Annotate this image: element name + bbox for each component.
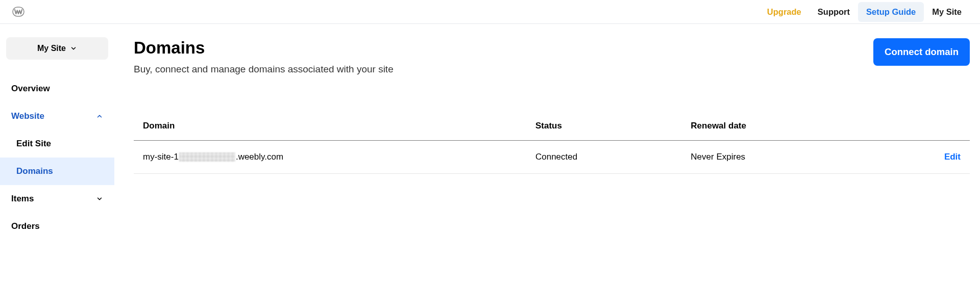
table-header-domain: Domain	[143, 121, 535, 131]
setup-guide-link[interactable]: Setup Guide	[858, 2, 924, 22]
table-row: my-site-1.weebly.com Connected Never Exp…	[134, 141, 970, 174]
sidebar-item-edit-site[interactable]: Edit Site	[0, 130, 114, 158]
connect-domain-button[interactable]: Connect domain	[873, 38, 970, 66]
sidebar-item-label: Edit Site	[16, 139, 51, 149]
sidebar-item-label: Overview	[11, 84, 50, 94]
sidebar-item-website[interactable]: Website	[0, 102, 114, 130]
sidebar-item-label: Orders	[11, 221, 40, 231]
domains-table: Domain Status Renewal date my-site-1.wee…	[134, 121, 970, 174]
sidebar-item-label: Website	[11, 111, 44, 121]
domain-renewal: Never Expires	[691, 152, 903, 162]
sidebar-item-domains[interactable]: Domains	[0, 158, 114, 185]
table-header-renewal: Renewal date	[691, 121, 903, 131]
domain-name: my-site-1.weebly.com	[143, 152, 283, 162]
table-header-status: Status	[535, 121, 691, 131]
sidebar-item-label: Domains	[16, 166, 53, 176]
support-link[interactable]: Support	[810, 2, 858, 22]
sidebar-item-items[interactable]: Items	[0, 185, 114, 213]
page-subtitle: Buy, connect and manage domains associat…	[134, 64, 394, 75]
sidebar-item-orders[interactable]: Orders	[0, 213, 114, 240]
sidebar-item-label: Items	[11, 194, 34, 204]
redacted-segment	[179, 152, 235, 162]
page-title: Domains	[134, 38, 394, 58]
chevron-down-icon	[96, 195, 103, 202]
chevron-up-icon	[96, 113, 103, 120]
site-switcher[interactable]: My Site	[6, 37, 108, 60]
svg-rect-0	[13, 7, 24, 16]
chevron-down-icon	[70, 45, 77, 52]
domain-status: Connected	[535, 152, 691, 162]
site-switcher-label: My Site	[37, 44, 66, 53]
my-site-link[interactable]: My Site	[924, 2, 970, 22]
edit-domain-link[interactable]: Edit	[944, 152, 961, 162]
upgrade-link[interactable]: Upgrade	[759, 2, 810, 22]
sidebar-item-overview[interactable]: Overview	[0, 75, 114, 102]
weebly-logo-icon[interactable]	[12, 6, 24, 18]
